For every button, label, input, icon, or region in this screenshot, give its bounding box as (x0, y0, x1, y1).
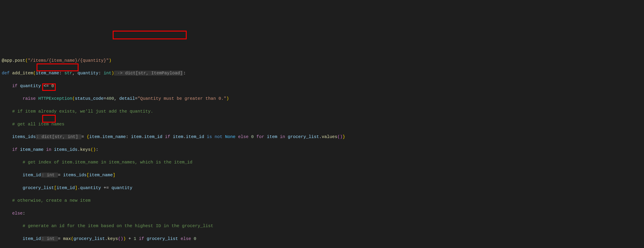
code-line-2[interactable]: def add_item(item_name: str, quantity: i… (2, 70, 642, 76)
inlay-hint-item-id-type-2: : int (41, 236, 58, 241)
highlight-box-1 (113, 31, 187, 39)
code-line-6[interactable]: # get all item names (2, 121, 642, 127)
code-line-3[interactable]: if quantity <= 0: (2, 83, 642, 89)
code-line-14[interactable]: # generate an id for the item based on t… (2, 223, 642, 229)
code-line-7[interactable]: items_ids: dict[str, int] = {item.item_n… (2, 134, 642, 140)
code-line-13[interactable]: else: (2, 210, 642, 217)
inlay-hint-items-ids-type: : dict[str, int] (36, 134, 81, 139)
code-line-8[interactable]: if item_name in items_ids.keys(): (2, 147, 642, 153)
def-keyword: def (2, 71, 10, 76)
inlay-hint-return-type: -> dict[str, ItemPayload] (114, 71, 183, 76)
code-editor[interactable]: @app.post("/items/{item_name}/{quantity}… (0, 25, 644, 248)
code-line-4[interactable]: raise HTTPException(status_code=400, det… (2, 95, 642, 102)
inlay-hint-item-id-type-1: : int (41, 173, 58, 178)
code-line-5[interactable]: # if item already exists, we'll just add… (2, 108, 642, 115)
code-line-11[interactable]: grocery_list[item_id].quantity += quanti… (2, 185, 642, 191)
code-line-1[interactable]: @app.post("/items/{item_name}/{quantity}… (2, 57, 642, 64)
code-line-12[interactable]: # otherwise, create a new item (2, 197, 642, 204)
code-line-15[interactable]: item_id: int = max(grocery_list.keys()) … (2, 236, 642, 242)
code-line-9[interactable]: # get index of item.item_name in item_na… (2, 159, 642, 165)
decorator: @app (2, 58, 12, 63)
code-line-10[interactable]: item_id: int = items_ids[item_name] (2, 172, 642, 178)
